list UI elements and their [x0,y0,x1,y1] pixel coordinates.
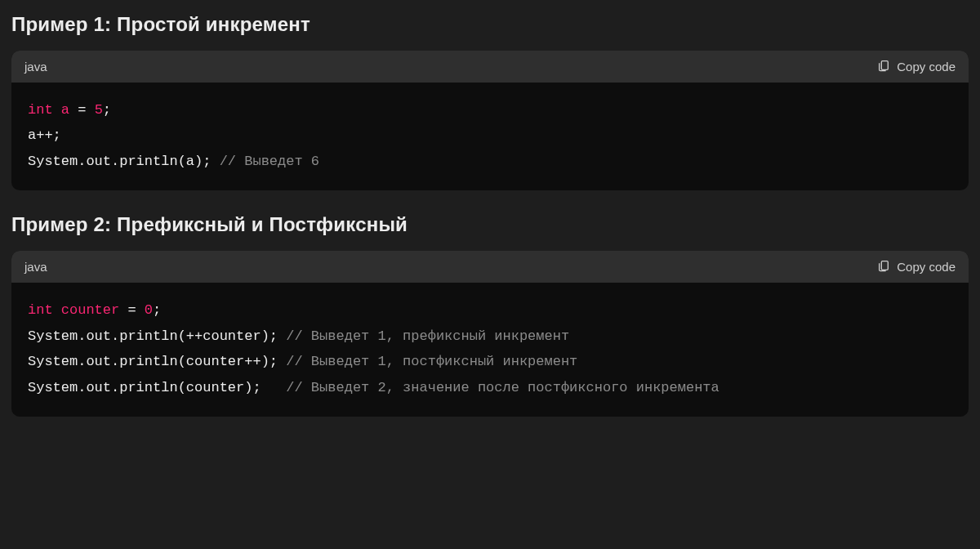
code-token: System.out.println(counter++); [28,354,286,369]
copy-label: Copy code [897,260,956,274]
code-token: 0 [145,302,153,318]
code-token [53,302,61,318]
code-token: // Выведет 1, префиксный инкремент [286,328,569,344]
code-token: ; [103,102,111,118]
code-token: ; [153,302,161,318]
code-token: // Выведет 1, постфиксный инкремент [286,354,577,369]
code-card-1: java Copy code int a = 5; a++; System.ou… [11,51,969,190]
clipboard-icon [877,59,890,74]
copy-code-button[interactable]: Copy code [877,259,956,274]
copy-code-button[interactable]: Copy code [877,59,956,74]
code-token: = [119,302,145,318]
code-token: 5 [95,102,103,118]
code-token: // Выведет 6 [220,154,319,169]
example-heading-2: Пример 2: Префиксный и Постфиксный [11,213,969,236]
svg-rect-0 [882,61,889,70]
code-token: int [28,302,53,318]
svg-rect-1 [882,261,889,270]
code-body: int a = 5; a++; System.out.println(a); /… [11,83,969,190]
clipboard-icon [877,259,890,274]
code-token: counter [61,302,119,318]
language-label: java [24,260,47,274]
code-token: a [61,102,69,118]
code-header: java Copy code [11,51,969,83]
code-body: int counter = 0; System.out.println(++co… [11,283,969,417]
code-card-2: java Copy code int counter = 0; System.o… [11,251,969,417]
code-token: = [69,102,95,118]
code-token: a++; [28,127,61,143]
code-token [53,102,61,118]
code-token: System.out.println(a); [28,154,220,169]
code-token: System.out.println(++counter); [28,328,286,344]
code-token: // Выведет 2, значение после постфиксног… [286,380,719,395]
language-label: java [24,60,47,74]
code-token: int [28,102,53,118]
copy-label: Copy code [897,60,956,74]
code-token: System.out.println(counter); [28,380,286,395]
code-header: java Copy code [11,251,969,283]
example-heading-1: Пример 1: Простой инкремент [11,13,969,36]
